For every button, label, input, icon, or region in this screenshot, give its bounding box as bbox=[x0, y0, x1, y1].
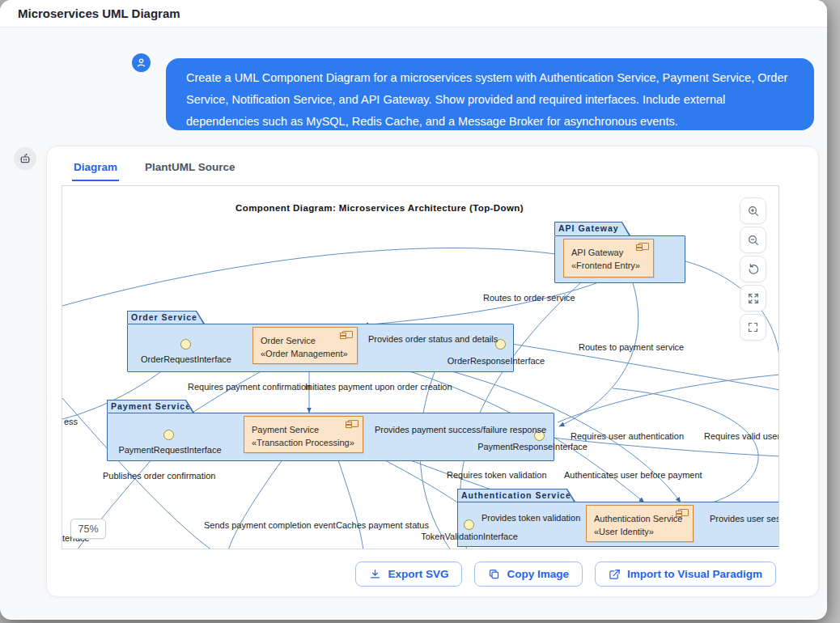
edge-label: Caches payment status bbox=[336, 520, 429, 530]
tab-diagram[interactable]: Diagram bbox=[72, 156, 119, 181]
interface-circle-token-validation bbox=[464, 519, 474, 530]
edge-label: Authenticates user before payment bbox=[564, 470, 702, 480]
edge-label: Initiates payment upon order creation bbox=[305, 382, 452, 392]
component-api-gateway: API Gateway «Frontend Entry» bbox=[563, 239, 654, 278]
zoom-out-button[interactable] bbox=[740, 227, 766, 253]
package-api-gateway-label: API Gateway bbox=[555, 222, 629, 235]
result-card: Diagram PlantUML Source bbox=[46, 146, 819, 597]
edge-label: Requires token validation bbox=[447, 470, 547, 480]
zoom-in-icon bbox=[747, 205, 760, 218]
bot-avatar bbox=[14, 147, 36, 170]
fullscreen-button[interactable] bbox=[740, 314, 766, 341]
diagram-viewport[interactable]: Component Diagram: Microservices Archite… bbox=[62, 185, 779, 549]
robot-icon bbox=[19, 152, 32, 165]
interface-label: TokenValidationInterface bbox=[405, 532, 534, 541]
zoom-out-icon bbox=[747, 234, 760, 247]
component-icon bbox=[342, 331, 353, 338]
zoom-level-badge: 75% bbox=[70, 519, 106, 539]
package-order-service-tab: Order Service bbox=[127, 311, 205, 324]
reset-view-button[interactable] bbox=[740, 256, 766, 282]
fit-to-screen-button[interactable] bbox=[740, 285, 766, 312]
component-icon bbox=[678, 509, 689, 516]
component-authentication-service: Authentication Service «User Identity» bbox=[586, 505, 694, 542]
interface-label: OrderResponseInterface bbox=[431, 356, 561, 366]
zoom-controls bbox=[740, 197, 766, 341]
edge-label: Routes to order service bbox=[483, 293, 575, 303]
expand-arrows-icon bbox=[747, 292, 760, 305]
component-icon bbox=[348, 420, 358, 427]
edge-label: Provides token validation bbox=[482, 513, 580, 523]
interface-circle-payment-request bbox=[163, 430, 174, 440]
edge-label: Requires valid user s bbox=[704, 431, 779, 441]
edge-label-clipped: Provides user sessio bbox=[710, 514, 779, 523]
edge-label: Provides payment success/failure respons… bbox=[375, 425, 546, 434]
footer-actions: Export SVG Copy Image Im bbox=[355, 562, 776, 587]
tab-plantuml-source[interactable]: PlantUML Source bbox=[143, 156, 237, 181]
component-payment-service: Payment Service «Transaction Processing» bbox=[244, 416, 363, 453]
edge-label: Publishes order confirmation bbox=[103, 471, 215, 481]
interface-label: PaymentResponseInterface bbox=[468, 442, 597, 451]
external-link-icon bbox=[609, 568, 621, 580]
edge-label: Requires user authentication bbox=[571, 431, 684, 441]
edge-label-clipped: ess bbox=[64, 417, 78, 426]
package-order-service-label: Order Service bbox=[128, 312, 203, 324]
titlebar: Microservices UML Diagram bbox=[0, 0, 827, 28]
package-payment-service-tab: Payment Service bbox=[107, 400, 194, 413]
zoom-in-button[interactable] bbox=[740, 197, 766, 224]
page-title: Microservices UML Diagram bbox=[18, 6, 180, 20]
package-api-gateway-tab: API Gateway bbox=[554, 222, 630, 235]
person-icon bbox=[136, 57, 146, 68]
edge-label: Provides order status and details bbox=[368, 334, 498, 344]
package-authentication-service-tab: Authentication Service bbox=[457, 489, 575, 502]
export-svg-button[interactable]: Export SVG bbox=[355, 562, 462, 587]
edge-label: Requires payment confirmation bbox=[188, 382, 311, 392]
copy-image-button[interactable]: Copy Image bbox=[474, 562, 583, 587]
copy-icon bbox=[488, 568, 500, 580]
user-message-bubble: Create a UML Component Diagram for a mic… bbox=[166, 58, 814, 130]
package-payment-service-label: Payment Service bbox=[108, 400, 193, 413]
import-to-visual-paradigm-button[interactable]: Import to Visual Paradigm bbox=[595, 562, 776, 587]
interface-label: OrderRequestInterface bbox=[121, 354, 251, 364]
reset-rotate-icon bbox=[747, 263, 760, 276]
component-icon bbox=[638, 243, 649, 250]
app-window: Microservices UML Diagram Create a UML C… bbox=[0, 0, 827, 620]
download-icon bbox=[369, 568, 381, 580]
fullscreen-icon bbox=[747, 321, 759, 333]
tab-bar: Diagram PlantUML Source bbox=[72, 156, 237, 181]
diagram-title: Component Diagram: Microservices Archite… bbox=[218, 203, 541, 213]
edge-label: Routes to payment service bbox=[579, 342, 684, 352]
user-avatar bbox=[132, 53, 151, 72]
interface-circle-order-request bbox=[180, 339, 191, 350]
package-authentication-service-label: Authentication Service bbox=[458, 490, 574, 502]
component-order-service: Order Service «Order Management» bbox=[252, 327, 358, 364]
edge-label: Sends payment completion event bbox=[204, 520, 336, 530]
interface-label: PaymentRequestInterface bbox=[105, 445, 235, 455]
